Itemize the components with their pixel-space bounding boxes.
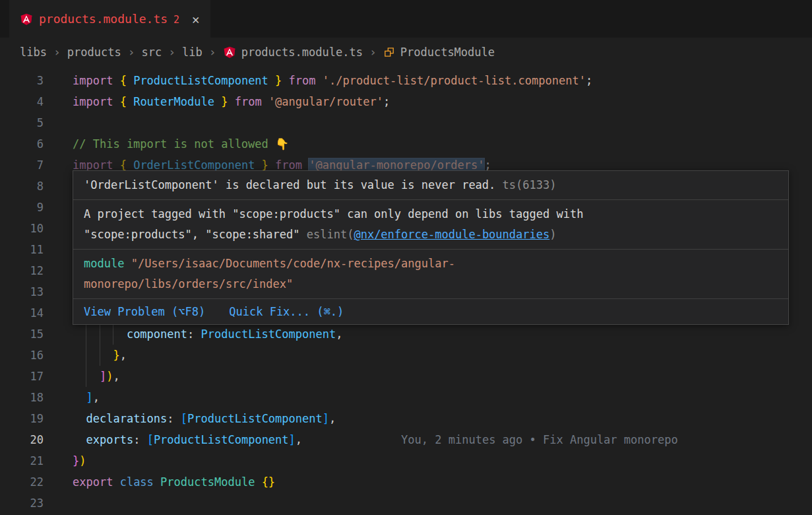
breadcrumb-item-src[interactable]: src <box>142 46 162 59</box>
hover-text: ts(6133) <box>495 178 556 191</box>
code-token: class <box>120 475 160 489</box>
code-token: '@angular/router' <box>268 95 383 108</box>
breadcrumb-item-products-module-ts[interactable]: products.module.ts <box>223 46 363 59</box>
code-token: : <box>187 327 201 341</box>
code-token: {} <box>262 475 275 489</box>
code-line-3[interactable]: 3import { ProductListComponent } from '.… <box>0 70 812 91</box>
breadcrumb-separator: › <box>53 45 61 59</box>
git-blame-annotation: You, 2 minutes ago • Fix Angular monorep… <box>401 433 678 446</box>
indent-guide-icon <box>113 324 113 345</box>
code-token: component <box>127 327 187 341</box>
code-line-6[interactable]: 6// This import is not allowed 👇 <box>0 133 812 154</box>
hover-text: monorepo/libs/orders/src/index" <box>84 277 293 291</box>
hover-text: "/Users/isaac/Documents/code/nx-recipes/… <box>124 257 455 270</box>
breadcrumb-label: libs <box>20 46 47 59</box>
indent-guide-icon <box>100 345 100 366</box>
indent-guide-icon <box>100 324 100 345</box>
close-icon[interactable]: ✕ <box>192 12 199 26</box>
code-token: ; <box>383 95 390 108</box>
breadcrumb-item-productsmodule[interactable]: ProductsModule <box>383 46 495 59</box>
hover-line: "scope:products", "scope:shared" eslint(… <box>84 224 778 245</box>
code-token: ; <box>484 158 491 172</box>
squiggle-warn: from <box>275 158 309 172</box>
breadcrumb-label: products.module.ts <box>241 46 363 59</box>
tab-products-module-ts[interactable]: products.module.ts 2 ✕ <box>9 0 210 38</box>
hover-section: A project tagged with "scope:products" c… <box>73 200 788 250</box>
code-token: } <box>214 95 235 108</box>
code-line-4[interactable]: 4import { RouterModule } from '@angular/… <box>0 91 812 112</box>
code-line-17[interactable]: 17 ]), <box>0 366 812 387</box>
code-token: from <box>235 95 268 108</box>
code-token: '@angular-monorepo/orders' <box>309 158 484 172</box>
code-token: import <box>73 158 120 172</box>
code-token: ] <box>323 412 329 425</box>
hover-line: 'OrderListComponent' is declared but its… <box>84 175 778 195</box>
code-token: ) <box>79 454 86 467</box>
code-token: from <box>289 74 323 87</box>
code-token: { <box>120 74 133 87</box>
line-number: 13 <box>0 281 44 302</box>
code-line-18[interactable]: 18 ], <box>0 387 812 408</box>
indent-guide-icon <box>86 324 86 345</box>
code-line-22[interactable]: 22export class ProductsModule {} <box>0 471 812 493</box>
line-number: 5 <box>0 112 44 133</box>
eslint-rule-link[interactable]: @nx/enforce-module-boundaries <box>354 228 549 241</box>
hover-section: 'OrderListComponent' is declared but its… <box>73 171 788 200</box>
line-number: 6 <box>0 133 44 154</box>
breadcrumb-item-libs[interactable]: libs <box>20 46 47 59</box>
breadcrumb-separator: › <box>168 45 176 59</box>
code-token: RouterModule <box>133 95 214 108</box>
code-token: import <box>73 95 120 108</box>
breadcrumb-separator: › <box>208 45 217 59</box>
hover-widget: 'OrderListComponent' is declared but its… <box>73 170 789 325</box>
code-token: exports <box>86 433 133 446</box>
code-token: { <box>120 158 133 172</box>
breadcrumb: libs›products›src›lib›products.module.ts… <box>0 38 812 66</box>
view-problem-action[interactable]: View Problem (⌥F8) <box>84 302 205 322</box>
code-line-5[interactable]: 5 <box>0 112 812 133</box>
line-number: 7 <box>0 154 44 176</box>
line-number: 3 <box>0 70 44 91</box>
breadcrumb-item-products[interactable]: products <box>67 46 121 59</box>
squiggle-warn: } <box>255 158 275 172</box>
quick-fix-action[interactable]: Quick Fix... (⌘.) <box>229 302 344 322</box>
code-token: , <box>329 412 336 425</box>
code-line-21[interactable]: 21}) <box>0 450 812 471</box>
hover-section: module "/Users/isaac/Documents/code/nx-r… <box>73 250 788 299</box>
indent-guide-icon <box>86 345 86 366</box>
code-token: ProductListComponent <box>154 433 289 446</box>
line-number: 9 <box>0 197 44 218</box>
line-number: 16 <box>0 345 44 366</box>
line-number: 22 <box>0 471 44 493</box>
code-line-19[interactable]: 19 declarations: [ProductListComponent], <box>0 408 812 429</box>
hover-line: module "/Users/isaac/Documents/code/nx-r… <box>84 254 778 274</box>
line-number: 18 <box>0 387 44 408</box>
line-number: 4 <box>0 91 44 112</box>
code-token: } <box>113 349 119 362</box>
hover-text: "scope:products", "scope:shared" <box>84 228 307 241</box>
tab-bar: products.module.ts 2 ✕ <box>0 0 812 38</box>
line-number: 10 <box>0 218 44 239</box>
code-line-15[interactable]: 15 component: ProductListComponent, <box>0 324 812 345</box>
angular-icon <box>223 46 236 59</box>
hover-text: 'OrderListComponent' is declared but its… <box>84 178 495 191</box>
code-token: } <box>73 454 79 467</box>
line-number: 20 <box>0 429 44 450</box>
code-token: , <box>120 349 127 362</box>
squiggle-warn: { <box>120 158 133 172</box>
squiggle-warn: import <box>73 158 120 172</box>
code-line-23[interactable]: 23 <box>0 493 812 514</box>
code-editor[interactable]: 3import { ProductListComponent } from '.… <box>0 66 812 515</box>
angular-icon <box>20 13 33 26</box>
hover-actions-bar: View Problem (⌥F8)Quick Fix... (⌘.) <box>73 299 788 324</box>
hover-text: ) <box>549 228 556 241</box>
code-line-16[interactable]: 16 }, <box>0 345 812 366</box>
hover-diagnostics: 'OrderListComponent' is declared but its… <box>73 171 788 299</box>
line-number: 17 <box>0 366 44 387</box>
code-line-20[interactable]: 20 exports: [ProductListComponent],You, … <box>0 429 812 450</box>
code-token: OrderListComponent <box>133 158 255 172</box>
line-number: 11 <box>0 239 44 260</box>
breadcrumb-item-lib[interactable]: lib <box>182 46 203 59</box>
code-token: [ <box>181 412 187 425</box>
squiggle-err: ; <box>484 158 491 172</box>
